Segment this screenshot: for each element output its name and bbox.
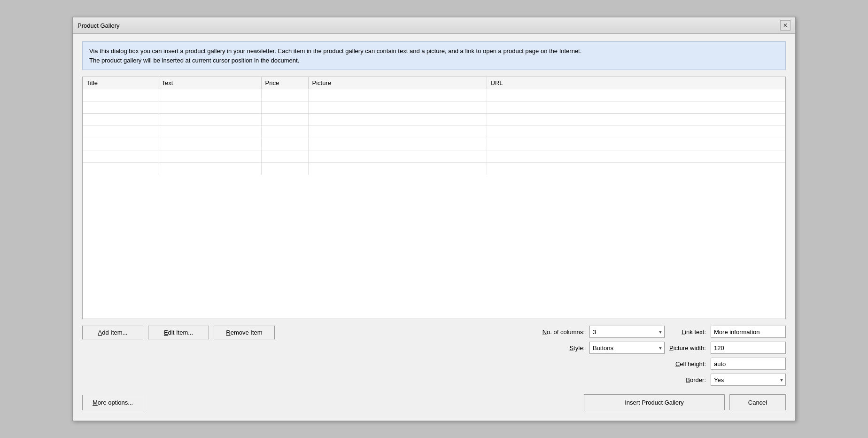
table-cell [261, 150, 308, 163]
add-item-button[interactable]: Add Item... [82, 326, 143, 339]
no-of-columns-select[interactable]: 1 2 3 4 5 6 [589, 326, 665, 338]
product-table: Title Text Price Picture URL [83, 77, 785, 175]
table-cell [158, 126, 261, 138]
table-cell [487, 102, 785, 114]
insert-gallery-button[interactable]: Insert Product Gallery [584, 394, 725, 410]
table-cell [158, 163, 261, 175]
cell-height-input[interactable] [711, 358, 786, 370]
table-row[interactable] [83, 89, 785, 102]
bottom-row: More options... Insert Product Gallery C… [82, 392, 786, 413]
table-cell [83, 102, 158, 114]
table-cell [83, 89, 158, 102]
title-bar: Product Gallery ✕ [73, 17, 795, 34]
cancel-label: Cancel [748, 399, 767, 406]
table-cell [158, 114, 261, 126]
table-cell [308, 163, 487, 175]
cell-height-label: Cell height: [669, 360, 706, 368]
col-header-picture: Picture [308, 77, 487, 89]
close-button[interactable]: ✕ [780, 20, 790, 31]
table-cell [83, 126, 158, 138]
table-cell [308, 102, 487, 114]
right-controls: No. of columns: 1 2 3 4 5 6 ▼ Link text: [542, 326, 786, 386]
table-row[interactable] [83, 126, 785, 138]
edit-item-button[interactable]: Edit Item... [148, 326, 209, 339]
style-wrapper: Buttons Images Text ▼ [589, 342, 665, 354]
table-cell [158, 102, 261, 114]
table-cell [261, 89, 308, 102]
table-row[interactable] [83, 150, 785, 163]
table-cell [83, 163, 158, 175]
link-text-label: Link text: [669, 328, 706, 336]
table-cell [83, 150, 158, 163]
add-item-label: Add Item... [98, 329, 128, 336]
border-wrapper: Yes No ▼ [711, 374, 786, 386]
table-row[interactable] [83, 102, 785, 114]
no-of-columns-label: No. of columns: [542, 328, 585, 336]
picture-width-label: Picture width: [669, 344, 706, 352]
table-cell [308, 114, 487, 126]
link-text-input[interactable] [711, 326, 786, 338]
table-cell [261, 126, 308, 138]
table-cell [487, 150, 785, 163]
product-gallery-dialog: Product Gallery ✕ Via this dialog box yo… [72, 17, 796, 421]
table-cell [83, 114, 158, 126]
product-table-container: Title Text Price Picture URL [82, 77, 786, 319]
remove-item-label: Remove Item [226, 329, 262, 336]
table-cell [487, 163, 785, 175]
info-text: Via this dialog box you can insert a pro… [89, 47, 581, 64]
style-select[interactable]: Buttons Images Text [589, 342, 665, 354]
table-cell [487, 89, 785, 102]
col-header-price: Price [261, 77, 308, 89]
border-select[interactable]: Yes No [711, 374, 786, 386]
edit-item-label: Edit Item... [164, 329, 193, 336]
info-box: Via this dialog box you can insert a pro… [82, 41, 786, 70]
table-cell [308, 126, 487, 138]
remove-item-button[interactable]: Remove Item [214, 326, 275, 339]
col-header-text: Text [158, 77, 261, 89]
cancel-button[interactable]: Cancel [729, 394, 786, 410]
more-options-label: More options... [93, 399, 133, 406]
table-cell [158, 150, 261, 163]
table-row[interactable] [83, 163, 785, 175]
table-cell [83, 138, 158, 150]
style-label: Style: [542, 344, 585, 352]
table-cell [261, 114, 308, 126]
table-cell [158, 89, 261, 102]
picture-width-input[interactable] [711, 342, 786, 354]
border-label: Border: [669, 376, 706, 383]
more-options-button[interactable]: More options... [82, 395, 143, 410]
bottom-right-buttons: Insert Product Gallery Cancel [584, 394, 786, 410]
table-cell [261, 163, 308, 175]
table-cell [487, 114, 785, 126]
insert-gallery-label: Insert Product Gallery [625, 399, 684, 406]
table-cell [261, 138, 308, 150]
dialog-body: Via this dialog box you can insert a pro… [73, 34, 795, 421]
dialog-title: Product Gallery [78, 22, 120, 29]
col-header-url: URL [487, 77, 785, 89]
table-row[interactable] [83, 138, 785, 150]
table-cell [487, 126, 785, 138]
table-cell [308, 150, 487, 163]
table-row[interactable] [83, 114, 785, 126]
table-cell [487, 138, 785, 150]
no-of-columns-wrapper: 1 2 3 4 5 6 ▼ [589, 326, 665, 338]
table-cell [308, 89, 487, 102]
table-cell [308, 138, 487, 150]
left-buttons: Add Item... Edit Item... Remove Item [82, 326, 275, 339]
table-cell [261, 102, 308, 114]
table-cell [158, 138, 261, 150]
col-header-title: Title [83, 77, 158, 89]
